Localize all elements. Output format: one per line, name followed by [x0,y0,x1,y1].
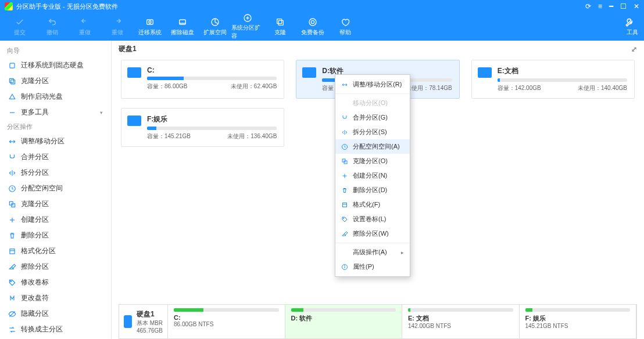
sidebar-item[interactable]: 迁移系统到固态硬盘 [0,57,111,73]
drive-icon [302,67,316,78]
blank-icon [341,249,348,256]
sidebar-item[interactable]: 删除分区 [0,228,111,243]
context-menu-item[interactable]: 高级操作(A)▸ [335,245,410,259]
maximize-icon[interactable]: ☐ [620,2,627,10]
layout-partition[interactable]: C:86.00GB NTFS [168,305,285,338]
label-icon [8,279,16,287]
svg-rect-22 [10,248,15,253]
letter-icon [8,294,16,302]
layout-usage-bar [174,308,279,312]
merge-icon [341,114,348,121]
sidebar-item[interactable]: 克隆分区 [0,73,111,89]
usage-bar [498,78,627,82]
tools-button[interactable]: 工具 [624,17,641,37]
toolbar-disk-button[interactable]: 迁移系统 [134,14,166,39]
minimize-icon[interactable]: ━ [609,2,613,10]
sidebar-item[interactable]: 隐藏分区 [0,306,111,322]
copy-icon [8,77,16,85]
context-menu-item[interactable]: 设置卷标(L) [335,212,410,226]
context-menu-item: 移动分区(O) [335,96,410,110]
sidebar-item[interactable]: 制作启动光盘 [0,89,111,104]
sidebar-item[interactable]: 格式化分区 [0,243,111,259]
sidebar-item[interactable]: 擦除分区 [0,259,111,275]
sidebar-item[interactable]: 分配空闲空间 [0,181,111,196]
context-menu-item[interactable]: 创建分区(N) [335,168,410,183]
disk-header: 硬盘1 ⤢ [112,41,644,57]
context-menu-item[interactable]: 擦除分区(W) [335,226,410,241]
merge-icon [8,153,16,161]
context-menu-item[interactable]: 克隆分区(O) [335,154,410,168]
layout-usage-bar [525,308,631,312]
disk-name: 硬盘1 [119,44,137,54]
menu-icon[interactable]: ≡ [598,2,602,10]
context-menu-item[interactable]: 属性(P) [335,259,410,274]
context-menu-item[interactable]: 分配空闲空间(A) [335,139,410,154]
copy-icon [275,17,285,27]
clone-icon [341,158,348,165]
toolbar-redo-left-button[interactable]: 重做 [69,14,101,39]
context-menu-item[interactable]: 拆分分区(S) [335,125,410,139]
sidebar-item[interactable]: 拆分分区 [0,165,111,181]
blank-icon [341,100,348,107]
toolbar-copy-button[interactable]: 克隆 [264,14,296,39]
toolbar-redo-right-button[interactable]: 重做 [101,14,134,39]
disk2-icon [177,17,188,27]
create-icon [341,172,348,179]
sidebar-item[interactable]: 合并分区 [0,149,111,165]
sidebar-item[interactable]: 创建分区 [0,212,111,228]
context-menu-item[interactable]: 删除分区(D) [335,183,410,197]
toolbar-pie-button[interactable]: 扩展空间 [199,14,231,39]
layout-partition[interactable]: F: 娱乐145.21GB NTFS [520,305,637,338]
sidebar-item[interactable]: 更多工具▾ [0,104,111,120]
context-menu-item[interactable]: 合并分区(G) [335,110,410,125]
partition-card[interactable]: E:文档容量：142.00GB未使用：140.40GB [471,60,635,99]
sidebar-item[interactable]: 调整/移动分区 [0,134,111,149]
toolbar: 提交撤销重做重做迁移系统擦除磁盘扩展空间系统分区扩容克隆免费备份帮助 工具 [0,13,644,41]
create-icon [8,216,16,224]
toolbar-heart-button[interactable]: 帮助 [329,14,362,39]
context-menu-item[interactable]: 调整/移动分区(R) [335,77,410,92]
sidebar-item[interactable]: 修改卷标 [0,275,111,290]
svg-point-37 [343,218,344,219]
expand-icon[interactable]: ⤢ [631,45,637,53]
toolbar-undo-button[interactable]: 撤销 [36,14,69,39]
partition-card[interactable]: C:容量：86.00GB未使用：62.40GB [121,60,284,99]
layout-disk-name: 硬盘1 [137,310,155,318]
partition-card[interactable]: F:娱乐容量：145.21GB未使用：136.40GB [121,108,284,147]
sidebar-group2-title: 分区操作 [0,120,111,134]
refresh-icon[interactable]: ⟳ [585,2,591,10]
toolbar-target-button[interactable]: 免费备份 [296,14,329,39]
layout-usage-bar [291,308,396,312]
split-icon [341,129,348,136]
titlebar: 分区助手专业版 - 无损分区免费软件 ⟳ ≡ ━ ☐ ✕ [0,0,644,13]
layout-usage-bar [408,308,513,312]
context-menu-item[interactable]: 格式化(F) [335,197,410,212]
app-logo [5,2,13,10]
toolbar-plus-circle-button[interactable]: 系统分区扩容 [231,14,264,39]
resize-icon [8,138,16,146]
svg-rect-35 [343,203,347,207]
layout-partition[interactable]: E: 文档142.00GB NTFS [402,305,520,338]
undo-icon [47,17,58,27]
sidebar-item[interactable]: 更改盘符 [0,290,111,306]
label-icon [341,216,348,223]
drive-icon [127,116,141,126]
sidebar-item[interactable]: 克隆分区 [0,196,111,212]
sidebar-group1-title: 向导 [0,44,111,57]
sidebar-item[interactable]: 转换成主分区 [0,322,111,337]
disk-layout-bar: 硬盘1 基本 MBR 465.76GB C:86.00GB NTFSD: 软件E… [119,304,637,339]
toolbar-disk2-button[interactable]: 擦除磁盘 [166,14,199,39]
close-icon[interactable]: ✕ [634,2,639,10]
hdd-icon [124,315,132,328]
redo-left-icon [80,17,90,27]
layout-partition[interactable]: D: 软件 [285,305,403,338]
sidebar: 向导 迁移系统到固态硬盘克隆分区制作启动光盘更多工具▾ 分区操作 调整/移动分区… [0,41,112,339]
format-icon [8,247,16,255]
svg-rect-12 [10,63,15,67]
svg-point-1 [149,21,151,23]
square-icon [8,62,16,70]
layout-disk-size: 465.76GB [137,327,163,334]
toolbar-check-button[interactable]: 提交 [3,14,36,39]
target-icon [307,17,318,27]
svg-rect-0 [147,20,153,24]
